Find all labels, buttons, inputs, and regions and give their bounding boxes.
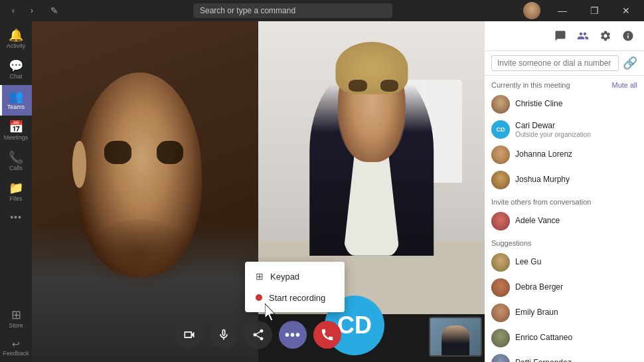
participant-name-johanna: Johanna Lorenz (515, 149, 637, 160)
avatar-joshua (491, 171, 510, 189)
keypad-label: Keypad (270, 272, 299, 282)
avatar-emily (491, 304, 510, 322)
participant-info-lee: Lee Gu (515, 257, 637, 268)
calls-icon: 📞 (9, 151, 23, 163)
participant-info-joshua: Joshua Murphy (515, 175, 637, 185)
hangup-icon (320, 327, 335, 342)
teams-icon: 👥 (9, 90, 23, 102)
participant-row[interactable]: Enrico Cattaneo (485, 325, 644, 351)
chat-icon: 💬 (9, 60, 23, 72)
panel-info-button[interactable] (619, 27, 637, 45)
participant-info-enrico: Enrico Cattaneo (515, 333, 637, 343)
keypad-menu-item[interactable]: ⊞ Keypad (245, 266, 345, 287)
panel-people-icon (577, 30, 589, 42)
files-icon: 📁 (9, 182, 23, 194)
meetings-icon: 📅 (9, 121, 23, 133)
participant-row[interactable]: Debra Berger (485, 275, 644, 300)
video-icon (183, 328, 196, 341)
avatar-adele (491, 212, 510, 230)
title-bar: ‹ › ✎ Search or type a command — ❐ ✕ (0, 0, 644, 21)
close-button[interactable]: ✕ (611, 0, 641, 21)
sidebar-label-meetings: Meetings (4, 134, 29, 141)
search-placeholder: Search or type a command (200, 6, 295, 15)
main-video-bg (32, 21, 258, 362)
panel-settings-icon (600, 30, 611, 42)
participant-info-johanna: Johanna Lorenz (515, 149, 637, 160)
record-icon (256, 292, 262, 303)
nav-back-button[interactable]: ‹ (5, 3, 21, 19)
participant-row[interactable]: Christie Cline (485, 92, 644, 117)
link-icon[interactable]: 🔗 (623, 56, 637, 70)
participant-row[interactable]: CD Cari Dewar Outside your organization (485, 117, 644, 142)
participant-name-lee: Lee Gu (515, 257, 637, 268)
video-button[interactable] (175, 321, 203, 349)
sidebar-item-store[interactable]: ⊞ Store (0, 304, 32, 334)
participant-name-enrico: Enrico Cattaneo (515, 333, 637, 343)
feedback-icon: ↩ (12, 339, 20, 349)
compose-icon[interactable]: ✎ (46, 3, 62, 19)
share-button[interactable] (244, 321, 272, 349)
sidebar-label-feedback: Feedback (3, 350, 29, 357)
search-input[interactable]: Search or type a command (193, 3, 392, 18)
nav-forward-button[interactable]: › (24, 3, 40, 19)
sidebar-item-files[interactable]: 📁 Files (0, 177, 32, 207)
sidebar-item-teams[interactable]: 👥 Teams (0, 85, 32, 116)
more-options-icon: ••• (285, 328, 301, 341)
mute-all-button[interactable]: Mute all (611, 81, 637, 89)
participant-name-christie: Christie Cline (515, 99, 637, 110)
share-icon (252, 328, 265, 341)
more-options-button[interactable]: ••• (279, 321, 307, 349)
invite-others-header: Invite others from conversation (485, 193, 644, 209)
participant-row[interactable]: Patti Fernandez (485, 351, 644, 362)
participant-row[interactable]: Emily Braun (485, 300, 644, 325)
participants-list: Currently in this meeting Mute all Chris… (485, 76, 644, 362)
panel-settings-button[interactable] (596, 27, 615, 45)
suggestions-header: Suggestions (485, 234, 644, 250)
nav-buttons: ‹ › (0, 3, 45, 19)
more-icon: ••• (10, 213, 22, 222)
panel-info-icon (622, 30, 634, 42)
activity-icon: 🔔 (9, 29, 23, 41)
user-avatar[interactable] (523, 2, 540, 19)
avatar-christie (491, 95, 510, 114)
participant-name-emily: Emily Braun (515, 308, 637, 318)
start-recording-menu-item[interactable]: Start recording (245, 287, 345, 308)
start-recording-label: Start recording (269, 293, 325, 303)
window-controls: — ❐ ✕ (544, 0, 644, 21)
participant-info-cari: Cari Dewar Outside your organization (515, 121, 637, 139)
sidebar-item-chat[interactable]: 💬 Chat (0, 54, 32, 85)
avatar-patti (491, 354, 510, 362)
sidebar-item-more[interactable]: ••• (0, 207, 32, 227)
participant-row[interactable]: Joshua Murphy (485, 167, 644, 193)
hangup-button[interactable] (313, 321, 341, 349)
sidebar-label-calls: Calls (9, 165, 23, 171)
invite-row: 🔗 (485, 51, 644, 76)
sidebar-item-calls[interactable]: 📞 Calls (0, 146, 32, 177)
participant-info-debra: Debra Berger (515, 282, 637, 293)
keypad-icon: ⊞ (256, 271, 264, 282)
sidebar-item-feedback[interactable]: ↩ Feedback (0, 334, 32, 362)
restore-button[interactable]: ❐ (579, 0, 609, 21)
avatar-cari: CD (491, 120, 510, 139)
participant-name-patti: Patti Fernandez (515, 358, 637, 362)
minimize-button[interactable]: — (547, 0, 578, 21)
main-content: 🔔 Activity 💬 Chat 👥 Teams 📅 Meetings 📞 C… (0, 21, 644, 362)
mic-icon (217, 328, 230, 341)
currently-in-meeting-label: Currently in this meeting (491, 81, 570, 89)
participant-row[interactable]: Johanna Lorenz (485, 142, 644, 167)
participant-row[interactable]: Adele Vance (485, 209, 644, 234)
participant-row[interactable]: Lee Gu (485, 250, 644, 275)
controls-bar: ••• (175, 321, 341, 349)
mic-button[interactable] (210, 321, 238, 349)
participant-name-adele: Adele Vance (515, 216, 637, 226)
participant-name-debra: Debra Berger (515, 282, 637, 293)
small-thumbnail (429, 317, 482, 357)
invite-input[interactable] (491, 55, 619, 71)
participant-info-adele: Adele Vance (515, 216, 637, 226)
participant-sub-cari: Outside your organization (515, 131, 637, 138)
panel-people-button[interactable] (574, 27, 592, 45)
sidebar-item-activity[interactable]: 🔔 Activity (0, 24, 32, 54)
panel-chat-button[interactable] (551, 27, 570, 45)
avatar-debra (491, 278, 510, 297)
sidebar-item-meetings[interactable]: 📅 Meetings (0, 116, 32, 146)
